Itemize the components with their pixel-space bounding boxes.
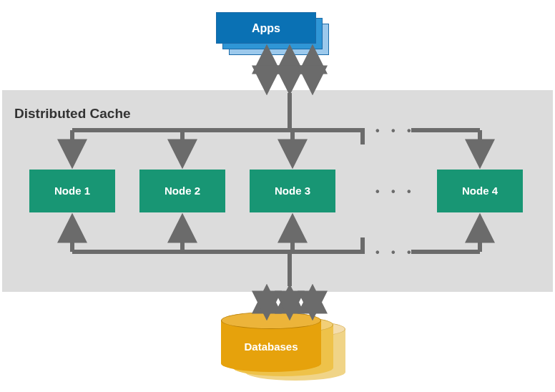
apps-card-front: Apps [216, 12, 316, 44]
cache-node-4: Node 4 [437, 170, 523, 212]
ellipsis-top-icon: • • • [375, 124, 416, 137]
db-cylinder-front: Databases [221, 312, 321, 372]
apps-stack: Apps [216, 12, 329, 55]
ellipsis-middle-icon: • • • [375, 185, 416, 198]
cache-node-2: Node 2 [139, 170, 225, 212]
databases-label: Databases [221, 340, 321, 353]
ellipsis-bottom-icon: • • • [375, 246, 416, 259]
databases-stack: Databases [221, 312, 357, 383]
cache-node-3: Node 3 [250, 170, 335, 212]
cache-node-1: Node 1 [29, 170, 115, 212]
distributed-cache-title: Distributed Cache [14, 106, 131, 122]
